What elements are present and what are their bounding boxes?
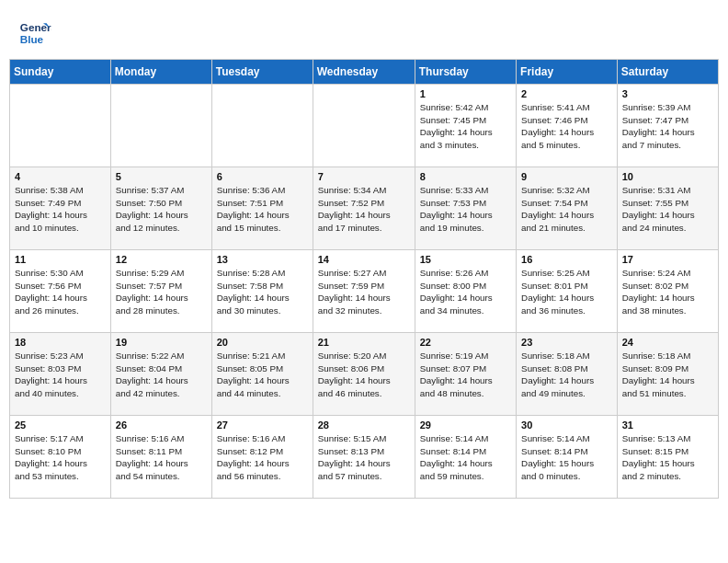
day-info: Sunrise: 5:19 AMSunset: 8:07 PMDaylight:… — [420, 350, 511, 400]
day-number: 21 — [318, 337, 410, 348]
day-number: 20 — [217, 337, 308, 348]
day-info: Sunrise: 5:27 AMSunset: 7:59 PMDaylight:… — [318, 267, 410, 317]
day-info: Sunrise: 5:25 AMSunset: 8:01 PMDaylight:… — [521, 267, 612, 317]
day-info: Sunrise: 5:38 AMSunset: 7:49 PMDaylight:… — [15, 184, 106, 235]
day-info: Sunrise: 5:23 AMSunset: 8:03 PMDaylight:… — [15, 350, 106, 400]
day-cell: 6Sunrise: 5:36 AMSunset: 7:51 PMDaylight… — [211, 167, 313, 250]
svg-text:General: General — [20, 21, 51, 33]
day-info: Sunrise: 5:31 AMSunset: 7:55 PMDaylight:… — [622, 184, 713, 235]
day-cell: 10Sunrise: 5:31 AMSunset: 7:55 PMDayligh… — [617, 167, 718, 250]
day-cell: 11Sunrise: 5:30 AMSunset: 7:56 PMDayligh… — [10, 250, 111, 333]
day-number: 16 — [521, 254, 612, 265]
day-cell: 5Sunrise: 5:37 AMSunset: 7:50 PMDaylight… — [110, 167, 211, 250]
day-cell: 23Sunrise: 5:18 AMSunset: 8:08 PMDayligh… — [517, 333, 618, 416]
day-cell: 22Sunrise: 5:19 AMSunset: 8:07 PMDayligh… — [415, 333, 516, 416]
day-cell: 28Sunrise: 5:15 AMSunset: 8:13 PMDayligh… — [313, 416, 415, 499]
day-cell: 17Sunrise: 5:24 AMSunset: 8:02 PMDayligh… — [617, 250, 718, 333]
day-number: 29 — [420, 419, 511, 431]
weekday-header-friday: Friday — [517, 60, 618, 85]
day-cell: 25Sunrise: 5:17 AMSunset: 8:10 PMDayligh… — [10, 416, 111, 499]
day-cell — [313, 85, 415, 167]
day-cell: 15Sunrise: 5:26 AMSunset: 8:00 PMDayligh… — [415, 250, 516, 333]
page-header: General Blue — [9, 9, 719, 53]
day-info: Sunrise: 5:13 AMSunset: 8:15 PMDaylight:… — [622, 432, 713, 483]
day-cell: 18Sunrise: 5:23 AMSunset: 8:03 PMDayligh… — [10, 333, 111, 416]
day-cell: 1Sunrise: 5:42 AMSunset: 7:45 PMDaylight… — [415, 85, 516, 167]
day-info: Sunrise: 5:36 AMSunset: 7:51 PMDaylight:… — [217, 184, 308, 235]
day-info: Sunrise: 5:22 AMSunset: 8:04 PMDaylight:… — [116, 350, 207, 400]
day-info: Sunrise: 5:41 AMSunset: 7:46 PMDaylight:… — [521, 101, 612, 152]
day-number: 28 — [318, 419, 410, 431]
day-number: 9 — [521, 171, 612, 182]
day-info: Sunrise: 5:34 AMSunset: 7:52 PMDaylight:… — [318, 184, 410, 235]
day-info: Sunrise: 5:37 AMSunset: 7:50 PMDaylight:… — [116, 184, 207, 235]
weekday-header-saturday: Saturday — [617, 60, 718, 85]
day-number: 22 — [420, 337, 511, 348]
day-number: 12 — [116, 254, 207, 265]
day-number: 18 — [15, 337, 106, 348]
day-cell: 16Sunrise: 5:25 AMSunset: 8:01 PMDayligh… — [517, 250, 618, 333]
day-info: Sunrise: 5:32 AMSunset: 7:54 PMDaylight:… — [521, 184, 612, 235]
day-number: 27 — [217, 419, 308, 431]
day-info: Sunrise: 5:28 AMSunset: 7:58 PMDaylight:… — [217, 267, 308, 317]
day-info: Sunrise: 5:39 AMSunset: 7:47 PMDaylight:… — [622, 101, 713, 152]
weekday-header-monday: Monday — [110, 60, 211, 85]
day-info: Sunrise: 5:21 AMSunset: 8:05 PMDaylight:… — [217, 350, 308, 400]
day-number: 17 — [622, 254, 713, 265]
day-info: Sunrise: 5:26 AMSunset: 8:00 PMDaylight:… — [420, 267, 511, 317]
day-cell: 26Sunrise: 5:16 AMSunset: 8:11 PMDayligh… — [110, 416, 211, 499]
day-info: Sunrise: 5:24 AMSunset: 8:02 PMDaylight:… — [622, 267, 713, 317]
week-row-2: 4Sunrise: 5:38 AMSunset: 7:49 PMDaylight… — [10, 167, 719, 250]
day-cell: 9Sunrise: 5:32 AMSunset: 7:54 PMDaylight… — [517, 167, 618, 250]
svg-text:Blue: Blue — [20, 33, 44, 45]
weekday-header-sunday: Sunday — [10, 60, 111, 85]
day-cell: 13Sunrise: 5:28 AMSunset: 7:58 PMDayligh… — [211, 250, 313, 333]
day-info: Sunrise: 5:18 AMSunset: 8:09 PMDaylight:… — [622, 350, 713, 400]
weekday-header-thursday: Thursday — [415, 60, 516, 85]
day-info: Sunrise: 5:20 AMSunset: 8:06 PMDaylight:… — [318, 350, 410, 400]
day-number: 5 — [116, 171, 207, 182]
day-info: Sunrise: 5:16 AMSunset: 8:12 PMDaylight:… — [217, 432, 308, 483]
day-cell: 12Sunrise: 5:29 AMSunset: 7:57 PMDayligh… — [110, 250, 211, 333]
day-number: 6 — [217, 171, 308, 182]
day-cell: 2Sunrise: 5:41 AMSunset: 7:46 PMDaylight… — [517, 85, 618, 167]
day-cell: 31Sunrise: 5:13 AMSunset: 8:15 PMDayligh… — [617, 416, 718, 499]
day-cell: 3Sunrise: 5:39 AMSunset: 7:47 PMDaylight… — [617, 85, 718, 167]
day-number: 19 — [116, 337, 207, 348]
day-number: 11 — [15, 254, 106, 265]
day-cell: 24Sunrise: 5:18 AMSunset: 8:09 PMDayligh… — [617, 333, 718, 416]
day-number: 2 — [521, 88, 612, 99]
day-number: 24 — [622, 337, 713, 348]
day-cell — [211, 85, 313, 167]
day-cell: 4Sunrise: 5:38 AMSunset: 7:49 PMDaylight… — [10, 167, 111, 250]
week-row-1: 1Sunrise: 5:42 AMSunset: 7:45 PMDaylight… — [10, 85, 719, 167]
day-number: 26 — [116, 419, 207, 431]
day-number: 4 — [15, 171, 106, 182]
day-cell: 19Sunrise: 5:22 AMSunset: 8:04 PMDayligh… — [110, 333, 211, 416]
day-info: Sunrise: 5:30 AMSunset: 7:56 PMDaylight:… — [15, 267, 106, 317]
day-number: 13 — [217, 254, 308, 265]
weekday-header-wednesday: Wednesday — [313, 60, 415, 85]
day-cell — [10, 85, 111, 167]
day-cell: 21Sunrise: 5:20 AMSunset: 8:06 PMDayligh… — [313, 333, 415, 416]
day-info: Sunrise: 5:14 AMSunset: 8:14 PMDaylight:… — [420, 432, 511, 483]
day-number: 15 — [420, 254, 511, 265]
day-info: Sunrise: 5:33 AMSunset: 7:53 PMDaylight:… — [420, 184, 511, 235]
day-cell: 20Sunrise: 5:21 AMSunset: 8:05 PMDayligh… — [211, 333, 313, 416]
day-number: 7 — [318, 171, 410, 182]
logo: General Blue — [18, 17, 51, 50]
week-row-3: 11Sunrise: 5:30 AMSunset: 7:56 PMDayligh… — [10, 250, 719, 333]
day-info: Sunrise: 5:18 AMSunset: 8:08 PMDaylight:… — [521, 350, 612, 400]
day-number: 3 — [622, 88, 713, 99]
day-info: Sunrise: 5:29 AMSunset: 7:57 PMDaylight:… — [116, 267, 207, 317]
day-info: Sunrise: 5:42 AMSunset: 7:45 PMDaylight:… — [420, 101, 511, 152]
day-number: 10 — [622, 171, 713, 182]
weekday-header-tuesday: Tuesday — [211, 60, 313, 85]
weekday-header-row: SundayMondayTuesdayWednesdayThursdayFrid… — [10, 60, 719, 85]
day-info: Sunrise: 5:16 AMSunset: 8:11 PMDaylight:… — [116, 432, 207, 483]
day-info: Sunrise: 5:17 AMSunset: 8:10 PMDaylight:… — [15, 432, 106, 483]
day-cell: 27Sunrise: 5:16 AMSunset: 8:12 PMDayligh… — [211, 416, 313, 499]
day-cell — [110, 85, 211, 167]
day-number: 30 — [521, 419, 612, 431]
day-cell: 14Sunrise: 5:27 AMSunset: 7:59 PMDayligh… — [313, 250, 415, 333]
